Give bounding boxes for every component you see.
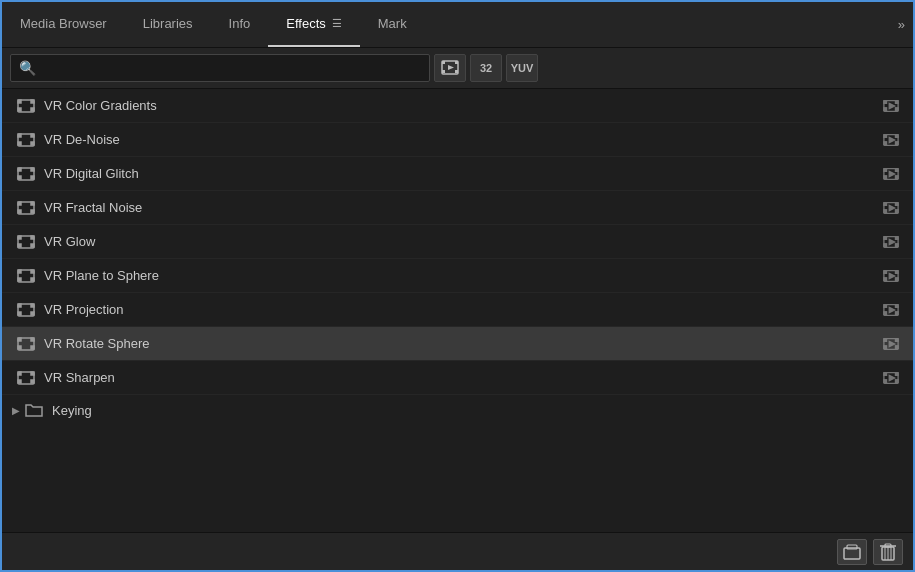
folder-row-keying[interactable]: ▶ Keying <box>2 395 913 425</box>
effect-film-icon <box>16 268 36 284</box>
svg-rect-79 <box>895 304 898 307</box>
svg-rect-84 <box>18 338 21 341</box>
new-bin-icon <box>843 544 861 560</box>
list-item[interactable]: VR De-Noise <box>2 123 913 157</box>
effects-list[interactable]: VR Color Gradients VR De-Noise <box>2 89 913 532</box>
tab-media-browser[interactable]: Media Browser <box>2 2 125 47</box>
svg-rect-51 <box>18 236 21 239</box>
delete-button[interactable] <box>873 539 903 565</box>
effects-menu-icon[interactable]: ☰ <box>332 17 342 30</box>
folder-label: Keying <box>52 403 903 418</box>
svg-rect-74 <box>31 304 34 307</box>
effect-label: VR Color Gradients <box>44 98 879 113</box>
list-item[interactable]: VR Rotate Sphere <box>2 327 913 361</box>
svg-rect-64 <box>18 278 21 281</box>
list-item[interactable]: VR Digital Glitch <box>2 157 913 191</box>
svg-rect-2 <box>455 61 458 64</box>
svg-rect-75 <box>18 312 21 315</box>
svg-rect-52 <box>31 236 34 239</box>
list-item[interactable]: VR Projection <box>2 293 913 327</box>
panel: Media Browser Libraries Info Effects ☰ M… <box>0 0 915 572</box>
svg-rect-100 <box>884 372 887 375</box>
effect-label: VR Projection <box>44 302 879 317</box>
effect-action-icon[interactable] <box>879 164 903 184</box>
effect-action-icon[interactable] <box>879 96 903 116</box>
svg-rect-91 <box>884 345 887 348</box>
svg-rect-43 <box>31 210 34 213</box>
effect-film-icon <box>16 200 36 216</box>
svg-rect-62 <box>18 270 21 273</box>
svg-rect-26 <box>895 141 898 144</box>
svg-rect-102 <box>884 379 887 382</box>
list-item[interactable]: VR Color Gradients <box>2 89 913 123</box>
effect-action-icon[interactable] <box>879 198 903 218</box>
tab-effects[interactable]: Effects ☰ <box>268 2 360 47</box>
list-item[interactable]: VR Sharpen <box>2 361 913 395</box>
search-input[interactable] <box>42 61 421 76</box>
svg-rect-95 <box>18 372 21 375</box>
svg-rect-89 <box>884 338 887 341</box>
svg-rect-58 <box>884 243 887 246</box>
svg-rect-105 <box>844 548 860 559</box>
svg-marker-49 <box>889 205 894 210</box>
svg-rect-40 <box>18 202 21 205</box>
svg-rect-1 <box>442 61 445 64</box>
panel-overflow-button[interactable]: » <box>890 2 913 47</box>
svg-rect-98 <box>31 380 34 383</box>
effect-action-icon[interactable] <box>879 232 903 252</box>
svg-rect-15 <box>895 107 898 110</box>
svg-rect-19 <box>31 134 34 137</box>
tab-markers[interactable]: Mark <box>360 2 425 47</box>
list-item[interactable]: VR Glow <box>2 225 913 259</box>
effect-label: VR Glow <box>44 234 879 249</box>
svg-rect-68 <box>895 270 898 273</box>
accelerated-rendering-button[interactable] <box>434 54 466 82</box>
svg-marker-93 <box>889 341 894 346</box>
svg-rect-69 <box>884 277 887 280</box>
tab-libraries[interactable]: Libraries <box>125 2 211 47</box>
svg-rect-23 <box>884 134 887 137</box>
svg-rect-21 <box>31 142 34 145</box>
tab-info[interactable]: Info <box>211 2 269 47</box>
svg-rect-59 <box>895 243 898 246</box>
effect-action-icon[interactable] <box>879 130 903 150</box>
effect-action-icon[interactable] <box>879 266 903 286</box>
svg-rect-80 <box>884 311 887 314</box>
svg-rect-3 <box>442 70 445 73</box>
svg-rect-101 <box>895 372 898 375</box>
effect-film-icon <box>16 234 36 250</box>
toolbar: 🔍 32 YUV <box>2 48 913 89</box>
svg-rect-67 <box>884 270 887 273</box>
svg-rect-70 <box>895 277 898 280</box>
svg-rect-65 <box>31 278 34 281</box>
effect-action-icon[interactable] <box>879 334 903 354</box>
effect-film-icon <box>16 166 36 182</box>
svg-rect-9 <box>18 108 21 111</box>
svg-rect-29 <box>18 168 21 171</box>
effect-action-icon[interactable] <box>879 300 903 320</box>
svg-rect-32 <box>31 176 34 179</box>
bit-depth-button[interactable]: 32 <box>470 54 502 82</box>
svg-rect-13 <box>895 100 898 103</box>
effect-action-icon[interactable] <box>879 368 903 388</box>
svg-rect-90 <box>895 338 898 341</box>
svg-rect-48 <box>895 209 898 212</box>
svg-rect-30 <box>31 168 34 171</box>
svg-rect-7 <box>18 100 21 103</box>
svg-rect-25 <box>884 141 887 144</box>
effect-film-icon <box>16 98 36 114</box>
svg-rect-24 <box>895 134 898 137</box>
search-box[interactable]: 🔍 <box>10 54 430 82</box>
svg-rect-12 <box>884 100 887 103</box>
svg-rect-20 <box>18 142 21 145</box>
list-item[interactable]: VR Plane to Sphere <box>2 259 913 293</box>
list-item[interactable]: VR Fractal Noise <box>2 191 913 225</box>
svg-marker-82 <box>889 307 894 312</box>
new-bin-button[interactable] <box>837 539 867 565</box>
effect-film-icon <box>16 336 36 352</box>
svg-rect-10 <box>31 108 34 111</box>
yuv-button[interactable]: YUV <box>506 54 538 82</box>
effect-label: VR Sharpen <box>44 370 879 385</box>
svg-rect-86 <box>18 346 21 349</box>
folder-chevron-icon: ▶ <box>12 405 20 416</box>
